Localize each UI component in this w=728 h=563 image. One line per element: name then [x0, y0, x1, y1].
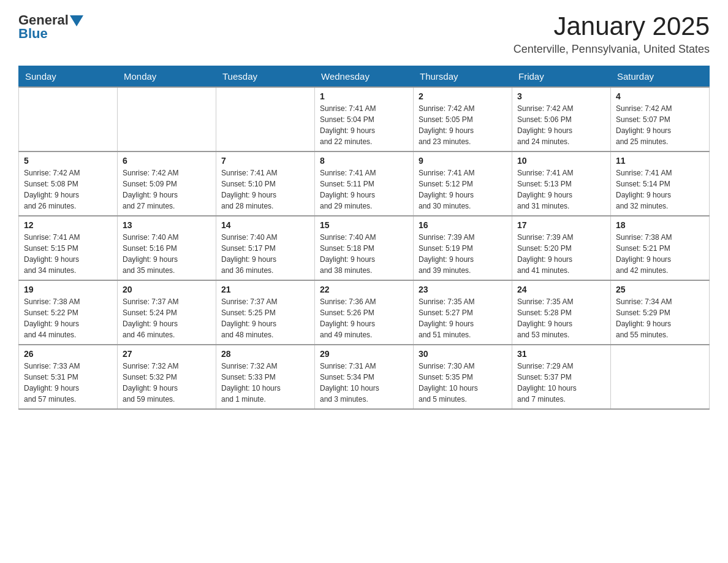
calendar-day-cell: 2Sunrise: 7:42 AM Sunset: 5:05 PM Daylig… — [414, 87, 512, 151]
day-number: 14 — [221, 220, 309, 230]
day-info: Sunrise: 7:41 AM Sunset: 5:04 PM Dayligh… — [320, 103, 408, 147]
day-info: Sunrise: 7:35 AM Sunset: 5:28 PM Dayligh… — [517, 296, 605, 340]
calendar-day-cell: 5Sunrise: 7:42 AM Sunset: 5:08 PM Daylig… — [19, 151, 118, 216]
day-number: 31 — [517, 349, 605, 359]
day-info: Sunrise: 7:32 AM Sunset: 5:32 PM Dayligh… — [123, 361, 211, 405]
day-number: 15 — [320, 220, 408, 230]
calendar-day-cell: 27Sunrise: 7:32 AM Sunset: 5:32 PM Dayli… — [118, 345, 216, 409]
calendar-day-cell: 6Sunrise: 7:42 AM Sunset: 5:09 PM Daylig… — [118, 151, 216, 216]
calendar-day-header: Saturday — [611, 66, 710, 88]
day-number: 13 — [123, 220, 211, 230]
day-number: 22 — [320, 285, 408, 294]
calendar-day-cell: 30Sunrise: 7:30 AM Sunset: 5:35 PM Dayli… — [414, 345, 512, 409]
day-number: 10 — [517, 156, 605, 166]
calendar-week-row: 19Sunrise: 7:38 AM Sunset: 5:22 PM Dayli… — [19, 280, 710, 345]
logo: General Blue — [18, 12, 83, 42]
day-info: Sunrise: 7:37 AM Sunset: 5:25 PM Dayligh… — [221, 296, 309, 340]
calendar-day-cell: 1Sunrise: 7:41 AM Sunset: 5:04 PM Daylig… — [315, 87, 414, 151]
day-info: Sunrise: 7:41 AM Sunset: 5:15 PM Dayligh… — [24, 232, 112, 276]
day-info: Sunrise: 7:41 AM Sunset: 5:13 PM Dayligh… — [517, 167, 605, 212]
day-number: 9 — [419, 156, 507, 166]
day-info: Sunrise: 7:34 AM Sunset: 5:29 PM Dayligh… — [616, 296, 704, 340]
day-info: Sunrise: 7:41 AM Sunset: 5:11 PM Dayligh… — [320, 167, 408, 212]
calendar-day-cell: 26Sunrise: 7:33 AM Sunset: 5:31 PM Dayli… — [19, 345, 118, 409]
day-info: Sunrise: 7:32 AM Sunset: 5:33 PM Dayligh… — [221, 361, 309, 405]
day-number: 3 — [517, 91, 605, 101]
day-info: Sunrise: 7:31 AM Sunset: 5:34 PM Dayligh… — [320, 361, 408, 405]
calendar-week-row: 26Sunrise: 7:33 AM Sunset: 5:31 PM Dayli… — [19, 345, 710, 409]
day-info: Sunrise: 7:37 AM Sunset: 5:24 PM Dayligh… — [123, 296, 211, 340]
calendar-day-header: Wednesday — [315, 66, 414, 88]
calendar-day-cell: 29Sunrise: 7:31 AM Sunset: 5:34 PM Dayli… — [315, 345, 414, 409]
calendar-day-cell — [19, 87, 118, 151]
day-info: Sunrise: 7:35 AM Sunset: 5:27 PM Dayligh… — [419, 296, 507, 340]
calendar-day-cell: 28Sunrise: 7:32 AM Sunset: 5:33 PM Dayli… — [216, 345, 315, 409]
day-info: Sunrise: 7:33 AM Sunset: 5:31 PM Dayligh… — [24, 361, 112, 405]
calendar-day-header: Monday — [118, 66, 216, 88]
day-number: 19 — [24, 285, 112, 294]
calendar-day-cell: 16Sunrise: 7:39 AM Sunset: 5:19 PM Dayli… — [414, 216, 512, 280]
day-number: 25 — [616, 285, 704, 294]
day-info: Sunrise: 7:42 AM Sunset: 5:09 PM Dayligh… — [123, 167, 211, 212]
calendar-day-cell: 7Sunrise: 7:41 AM Sunset: 5:10 PM Daylig… — [216, 151, 315, 216]
day-info: Sunrise: 7:40 AM Sunset: 5:16 PM Dayligh… — [123, 232, 211, 276]
calendar-day-cell: 10Sunrise: 7:41 AM Sunset: 5:13 PM Dayli… — [512, 151, 611, 216]
day-number: 26 — [24, 349, 112, 359]
day-number: 18 — [616, 220, 704, 230]
calendar-day-header: Friday — [512, 66, 611, 88]
calendar-day-cell: 23Sunrise: 7:35 AM Sunset: 5:27 PM Dayli… — [414, 280, 512, 345]
day-number: 11 — [616, 156, 704, 166]
calendar-day-header: Sunday — [19, 66, 118, 88]
calendar-day-cell: 9Sunrise: 7:41 AM Sunset: 5:12 PM Daylig… — [414, 151, 512, 216]
calendar-day-cell: 8Sunrise: 7:41 AM Sunset: 5:11 PM Daylig… — [315, 151, 414, 216]
page-header: General Blue January 2025 Centerville, P… — [18, 12, 710, 56]
day-info: Sunrise: 7:41 AM Sunset: 5:10 PM Dayligh… — [221, 167, 309, 212]
calendar-day-header: Tuesday — [216, 66, 315, 88]
day-number: 2 — [419, 91, 507, 101]
calendar-day-cell: 11Sunrise: 7:41 AM Sunset: 5:14 PM Dayli… — [611, 151, 710, 216]
calendar-day-cell: 22Sunrise: 7:36 AM Sunset: 5:26 PM Dayli… — [315, 280, 414, 345]
calendar-day-cell: 12Sunrise: 7:41 AM Sunset: 5:15 PM Dayli… — [19, 216, 118, 280]
calendar-week-row: 5Sunrise: 7:42 AM Sunset: 5:08 PM Daylig… — [19, 151, 710, 216]
logo-triangle-icon — [70, 15, 83, 26]
day-number: 24 — [517, 285, 605, 294]
day-number: 29 — [320, 349, 408, 359]
day-number: 16 — [419, 220, 507, 230]
day-info: Sunrise: 7:39 AM Sunset: 5:19 PM Dayligh… — [419, 232, 507, 276]
calendar-day-cell: 31Sunrise: 7:29 AM Sunset: 5:37 PM Dayli… — [512, 345, 611, 409]
page-title: January 2025 — [514, 12, 710, 40]
day-info: Sunrise: 7:38 AM Sunset: 5:22 PM Dayligh… — [24, 296, 112, 340]
day-info: Sunrise: 7:41 AM Sunset: 5:14 PM Dayligh… — [616, 167, 704, 212]
calendar-header-row: SundayMondayTuesdayWednesdayThursdayFrid… — [19, 66, 710, 88]
svg-marker-0 — [70, 15, 83, 26]
day-number: 6 — [123, 156, 211, 166]
calendar-day-cell: 24Sunrise: 7:35 AM Sunset: 5:28 PM Dayli… — [512, 280, 611, 345]
day-info: Sunrise: 7:40 AM Sunset: 5:18 PM Dayligh… — [320, 232, 408, 276]
day-info: Sunrise: 7:40 AM Sunset: 5:17 PM Dayligh… — [221, 232, 309, 276]
calendar-day-cell: 13Sunrise: 7:40 AM Sunset: 5:16 PM Dayli… — [118, 216, 216, 280]
calendar-day-cell — [216, 87, 315, 151]
calendar-day-cell — [611, 345, 710, 409]
calendar-day-cell: 14Sunrise: 7:40 AM Sunset: 5:17 PM Dayli… — [216, 216, 315, 280]
logo-blue-text: Blue — [18, 26, 83, 42]
day-info: Sunrise: 7:42 AM Sunset: 5:06 PM Dayligh… — [517, 103, 605, 147]
day-info: Sunrise: 7:38 AM Sunset: 5:21 PM Dayligh… — [616, 232, 704, 276]
calendar-week-row: 12Sunrise: 7:41 AM Sunset: 5:15 PM Dayli… — [19, 216, 710, 280]
day-number: 1 — [320, 91, 408, 101]
calendar-day-header: Thursday — [414, 66, 512, 88]
day-info: Sunrise: 7:30 AM Sunset: 5:35 PM Dayligh… — [419, 361, 507, 405]
day-number: 8 — [320, 156, 408, 166]
day-info: Sunrise: 7:42 AM Sunset: 5:07 PM Dayligh… — [616, 103, 704, 147]
day-number: 23 — [419, 285, 507, 294]
day-info: Sunrise: 7:41 AM Sunset: 5:12 PM Dayligh… — [419, 167, 507, 212]
day-number: 5 — [24, 156, 112, 166]
calendar-day-cell: 15Sunrise: 7:40 AM Sunset: 5:18 PM Dayli… — [315, 216, 414, 280]
calendar-day-cell: 20Sunrise: 7:37 AM Sunset: 5:24 PM Dayli… — [118, 280, 216, 345]
day-number: 7 — [221, 156, 309, 166]
calendar-day-cell: 4Sunrise: 7:42 AM Sunset: 5:07 PM Daylig… — [611, 87, 710, 151]
day-info: Sunrise: 7:39 AM Sunset: 5:20 PM Dayligh… — [517, 232, 605, 276]
calendar-table: SundayMondayTuesdayWednesdayThursdayFrid… — [18, 66, 710, 410]
calendar-day-cell: 21Sunrise: 7:37 AM Sunset: 5:25 PM Dayli… — [216, 280, 315, 345]
calendar-day-cell: 18Sunrise: 7:38 AM Sunset: 5:21 PM Dayli… — [611, 216, 710, 280]
day-info: Sunrise: 7:42 AM Sunset: 5:08 PM Dayligh… — [24, 167, 112, 212]
